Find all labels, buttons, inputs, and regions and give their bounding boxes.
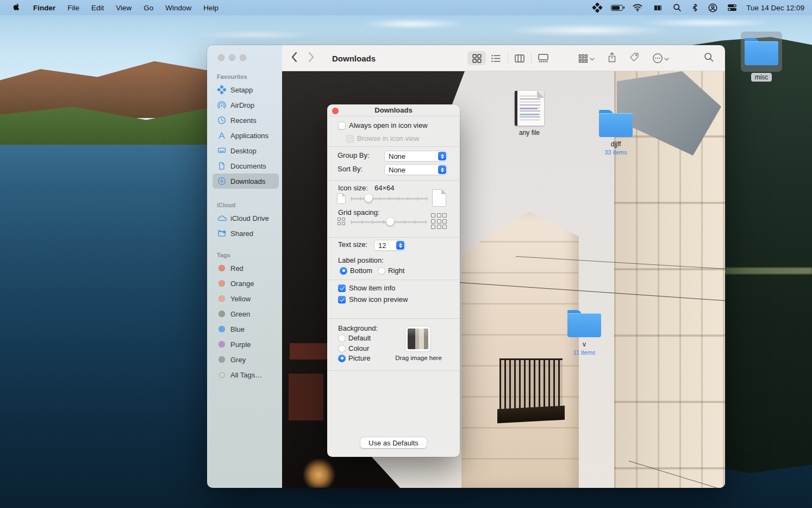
folder-icon xyxy=(567,310,601,337)
document-file-icon xyxy=(515,91,544,126)
sidebar-item-airdrop[interactable]: AirDrop xyxy=(213,97,279,113)
menubar-item-edit[interactable]: Edit xyxy=(85,0,110,15)
forward-button[interactable] xyxy=(308,52,315,65)
menubar-item-view[interactable]: View xyxy=(110,0,138,15)
share-button[interactable] xyxy=(608,52,616,65)
applications-icon xyxy=(217,131,227,140)
sidebar-item-documents[interactable]: Documents xyxy=(213,158,279,174)
sidebar: Favourites Setapp AirDrop Recents Applic… xyxy=(207,45,282,488)
icon-size-slider-thumb[interactable] xyxy=(364,194,372,202)
picture-radio[interactable] xyxy=(338,355,346,362)
sidebar-item-tag-green[interactable]: Green xyxy=(213,306,279,321)
always-open-row[interactable]: Always open in icon view xyxy=(338,121,428,129)
grid-spacing-slider[interactable] xyxy=(351,218,427,226)
colour-radio[interactable] xyxy=(338,345,346,352)
battery-icon[interactable] xyxy=(606,0,628,15)
desktop-icon-misc[interactable]: misc xyxy=(741,32,782,84)
icon-size-slider[interactable] xyxy=(351,194,428,203)
sidebar-item-tag-yellow[interactable]: Yellow xyxy=(213,291,279,306)
folder-icon-v[interactable]: v 11 items xyxy=(554,310,614,356)
sidebar-item-all-tags[interactable]: All Tags… xyxy=(213,367,279,382)
file-label: any file xyxy=(519,129,540,137)
sidebar-item-downloads[interactable]: Downloads xyxy=(213,174,279,189)
show-icon-preview-checkbox[interactable] xyxy=(338,296,346,303)
background-default[interactable]: Default xyxy=(338,334,371,342)
finder-window: Favourites Setapp AirDrop Recents Applic… xyxy=(207,45,725,488)
sidebar-item-desktop[interactable]: Desktop xyxy=(213,143,279,158)
sidebar-item-applications[interactable]: Applications xyxy=(213,128,279,143)
spotlight-icon[interactable] xyxy=(668,0,686,15)
group-by-dropdown[interactable]: None xyxy=(384,151,447,162)
folder-item-count: 11 items xyxy=(573,349,596,356)
sidebar-item-tag-blue[interactable]: Blue xyxy=(213,321,279,337)
gallery-view-button[interactable] xyxy=(534,51,552,65)
zoom-button[interactable] xyxy=(240,54,246,61)
dialog-titlebar[interactable]: Downloads xyxy=(327,104,460,116)
dialog-close-button[interactable] xyxy=(332,108,339,114)
sidebar-item-recents[interactable]: Recents xyxy=(213,113,279,128)
document-icon xyxy=(217,162,227,170)
menubar-item-file[interactable]: File xyxy=(61,0,85,15)
background-picture-well[interactable] xyxy=(405,326,430,351)
sidebar-item-tag-grey[interactable]: Grey xyxy=(213,352,279,367)
close-button[interactable] xyxy=(218,54,224,61)
search-button[interactable] xyxy=(704,52,714,64)
label-position-right[interactable]: Right xyxy=(378,267,404,275)
chevron-down-icon xyxy=(590,53,595,63)
icon-view-button[interactable] xyxy=(467,51,486,65)
stepper-icon xyxy=(396,241,404,250)
background-picture[interactable]: Picture xyxy=(338,354,370,362)
user-account-icon[interactable] xyxy=(703,0,722,15)
text-size-dropdown[interactable]: 12 xyxy=(374,240,405,251)
file-icon-any-file[interactable]: any file xyxy=(499,91,559,137)
drag-image-hint: Drag image here xyxy=(379,355,458,361)
sidebar-item-shared[interactable]: Shared xyxy=(213,226,279,241)
right-radio[interactable] xyxy=(378,267,385,275)
tag-button[interactable] xyxy=(629,52,639,64)
cloud-icon xyxy=(217,214,227,222)
wifi-icon[interactable] xyxy=(628,0,647,15)
show-item-info-row[interactable]: Show item info xyxy=(338,284,395,292)
menubar-item-go[interactable]: Go xyxy=(138,0,159,15)
menubar-item-finder[interactable]: Finder xyxy=(27,0,61,15)
back-button[interactable] xyxy=(291,52,298,65)
sidebar-item-tag-red[interactable]: Red xyxy=(213,261,279,276)
grid-spacing-slider-thumb[interactable] xyxy=(386,218,394,226)
menubar-item-help[interactable]: Help xyxy=(197,0,224,15)
menubar-clock[interactable]: Tue 14 Dec 12:09 xyxy=(742,4,812,12)
setapp-status-icon[interactable] xyxy=(589,0,606,15)
menubar-item-window[interactable]: Window xyxy=(159,0,197,15)
show-item-info-checkbox[interactable] xyxy=(338,284,346,292)
orange-tag-icon xyxy=(218,280,225,287)
grey-tag-icon xyxy=(218,356,225,363)
bottom-radio[interactable] xyxy=(340,267,347,275)
label-position-bottom[interactable]: Bottom xyxy=(340,267,372,275)
more-actions-button[interactable] xyxy=(652,53,669,64)
group-button[interactable] xyxy=(578,53,595,63)
show-icon-preview-row[interactable]: Show icon preview xyxy=(338,295,408,303)
column-view-button[interactable] xyxy=(510,51,529,65)
apple-menu[interactable] xyxy=(10,2,22,14)
list-view-button[interactable] xyxy=(487,51,505,65)
sidebar-item-tag-orange[interactable]: Orange xyxy=(213,276,279,291)
small-grid-glyph xyxy=(338,218,345,225)
minimize-button[interactable] xyxy=(229,54,235,61)
folder-label: v xyxy=(583,340,586,348)
bluetooth-icon[interactable] xyxy=(686,0,703,15)
yellow-tag-icon xyxy=(218,295,225,302)
icon-size-label: Icon size: xyxy=(338,184,368,192)
view-options-dialog: Downloads Always open in icon view Brows… xyxy=(327,104,460,457)
folder-icon-djjff[interactable]: djjff 33 items xyxy=(586,110,646,156)
sort-by-dropdown[interactable]: None xyxy=(384,164,447,175)
use-as-defaults-button[interactable]: Use as Defaults xyxy=(360,437,427,448)
default-radio[interactable] xyxy=(338,334,346,342)
sidebar-item-setapp[interactable]: Setapp xyxy=(213,82,279,97)
always-open-checkbox[interactable] xyxy=(338,122,346,129)
toolbar: Downloads xyxy=(282,45,725,71)
sidebar-item-tag-purple[interactable]: Purple xyxy=(213,337,279,352)
keyboard-icon[interactable] xyxy=(647,0,668,15)
sidebar-section-tags: Tags xyxy=(213,252,279,258)
background-colour[interactable]: Colour xyxy=(338,344,369,352)
control-center-icon[interactable] xyxy=(722,0,742,15)
sidebar-item-icloud-drive[interactable]: iCloud Drive xyxy=(213,210,279,226)
